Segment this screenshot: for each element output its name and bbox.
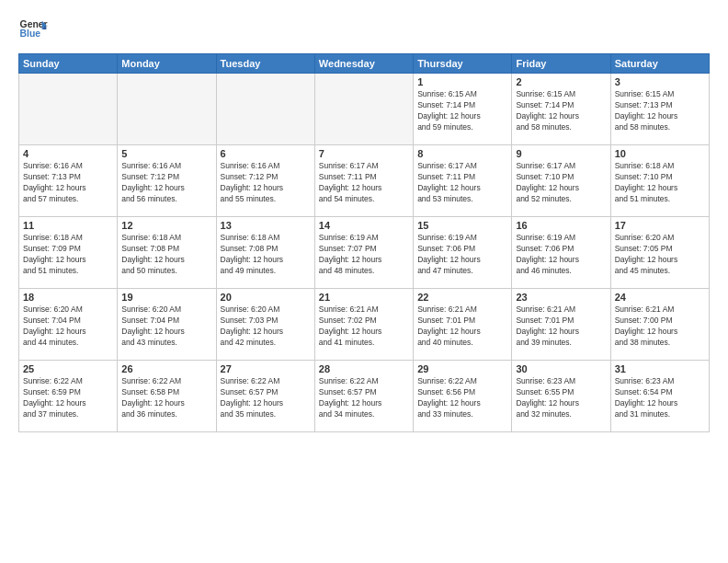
day-number: 18	[23, 292, 113, 303]
day-info: Sunrise: 6:17 AM Sunset: 7:11 PM Dayligh…	[319, 161, 409, 205]
day-cell: 27Sunrise: 6:22 AM Sunset: 6:57 PM Dayli…	[216, 361, 314, 432]
day-cell: 25Sunrise: 6:22 AM Sunset: 6:59 PM Dayli…	[19, 361, 118, 432]
day-cell: 13Sunrise: 6:18 AM Sunset: 7:08 PM Dayli…	[216, 217, 314, 289]
day-number: 27	[221, 363, 311, 374]
day-cell: 3Sunrise: 6:15 AM Sunset: 7:13 PM Daylig…	[610, 74, 709, 145]
day-info: Sunrise: 6:20 AM Sunset: 7:04 PM Dayligh…	[121, 304, 211, 349]
weekday-header-thursday: Thursday	[414, 54, 512, 74]
day-cell: 4Sunrise: 6:16 AM Sunset: 7:13 PM Daylig…	[19, 145, 118, 217]
page: General Blue SundayMondayTuesdayWednesda…	[0, 0, 728, 563]
day-cell: 28Sunrise: 6:22 AM Sunset: 6:57 PM Dayli…	[314, 361, 413, 432]
calendar-table: SundayMondayTuesdayWednesdayThursdayFrid…	[18, 53, 710, 432]
day-info: Sunrise: 6:21 AM Sunset: 7:01 PM Dayligh…	[417, 304, 507, 349]
day-cell: 30Sunrise: 6:23 AM Sunset: 6:55 PM Dayli…	[512, 361, 610, 432]
day-cell: 16Sunrise: 6:19 AM Sunset: 7:06 PM Dayli…	[512, 217, 610, 289]
day-number: 22	[417, 292, 507, 303]
day-info: Sunrise: 6:21 AM Sunset: 7:01 PM Dayligh…	[516, 304, 606, 349]
weekday-header-tuesday: Tuesday	[216, 54, 314, 74]
day-number: 10	[615, 148, 705, 159]
header: General Blue	[18, 15, 710, 44]
day-info: Sunrise: 6:22 AM Sunset: 6:59 PM Dayligh…	[23, 376, 113, 420]
day-number: 6	[221, 148, 311, 159]
svg-text:Blue: Blue	[20, 29, 41, 39]
day-cell: 7Sunrise: 6:17 AM Sunset: 7:11 PM Daylig…	[314, 145, 413, 217]
day-number: 15	[417, 220, 507, 231]
day-info: Sunrise: 6:18 AM Sunset: 7:08 PM Dayligh…	[221, 233, 311, 277]
day-info: Sunrise: 6:18 AM Sunset: 7:09 PM Dayligh…	[23, 233, 113, 277]
day-info: Sunrise: 6:20 AM Sunset: 7:04 PM Dayligh…	[23, 304, 113, 349]
day-cell: 10Sunrise: 6:18 AM Sunset: 7:10 PM Dayli…	[610, 145, 709, 217]
week-row-5: 25Sunrise: 6:22 AM Sunset: 6:59 PM Dayli…	[19, 361, 710, 432]
day-number: 2	[516, 76, 606, 87]
day-number: 24	[615, 292, 705, 303]
weekday-header-sunday: Sunday	[19, 54, 118, 74]
week-row-3: 11Sunrise: 6:18 AM Sunset: 7:09 PM Dayli…	[19, 217, 710, 289]
day-number: 3	[615, 76, 705, 87]
day-info: Sunrise: 6:16 AM Sunset: 7:12 PM Dayligh…	[121, 161, 211, 205]
day-number: 19	[121, 292, 211, 303]
day-info: Sunrise: 6:21 AM Sunset: 7:00 PM Dayligh…	[615, 304, 705, 349]
day-cell: 26Sunrise: 6:22 AM Sunset: 6:58 PM Dayli…	[118, 361, 216, 432]
day-info: Sunrise: 6:15 AM Sunset: 7:14 PM Dayligh…	[417, 89, 507, 133]
day-cell: 19Sunrise: 6:20 AM Sunset: 7:04 PM Dayli…	[118, 289, 216, 361]
day-info: Sunrise: 6:22 AM Sunset: 6:58 PM Dayligh…	[121, 376, 211, 420]
day-cell: 6Sunrise: 6:16 AM Sunset: 7:12 PM Daylig…	[216, 145, 314, 217]
week-row-1: 1Sunrise: 6:15 AM Sunset: 7:14 PM Daylig…	[19, 74, 710, 145]
day-cell: 21Sunrise: 6:21 AM Sunset: 7:02 PM Dayli…	[314, 289, 413, 361]
day-number: 4	[23, 148, 113, 159]
logo-icon: General Blue	[18, 15, 48, 44]
day-number: 21	[319, 292, 409, 303]
day-number: 1	[417, 76, 507, 87]
day-cell: 2Sunrise: 6:15 AM Sunset: 7:14 PM Daylig…	[512, 74, 610, 145]
weekday-header-row: SundayMondayTuesdayWednesdayThursdayFrid…	[19, 54, 710, 74]
day-number: 16	[516, 220, 606, 231]
weekday-header-wednesday: Wednesday	[314, 54, 413, 74]
day-cell: 20Sunrise: 6:20 AM Sunset: 7:03 PM Dayli…	[216, 289, 314, 361]
day-info: Sunrise: 6:19 AM Sunset: 7:06 PM Dayligh…	[516, 233, 606, 277]
day-cell: 22Sunrise: 6:21 AM Sunset: 7:01 PM Dayli…	[414, 289, 512, 361]
day-info: Sunrise: 6:15 AM Sunset: 7:14 PM Dayligh…	[516, 89, 606, 133]
logo: General Blue	[18, 15, 48, 44]
day-cell	[216, 74, 314, 145]
day-cell: 9Sunrise: 6:17 AM Sunset: 7:10 PM Daylig…	[512, 145, 610, 217]
day-info: Sunrise: 6:19 AM Sunset: 7:06 PM Dayligh…	[417, 233, 507, 277]
day-number: 5	[121, 148, 211, 159]
day-number: 12	[121, 220, 211, 231]
day-info: Sunrise: 6:20 AM Sunset: 7:03 PM Dayligh…	[221, 304, 311, 349]
day-info: Sunrise: 6:23 AM Sunset: 6:55 PM Dayligh…	[516, 376, 606, 420]
day-number: 31	[615, 363, 705, 374]
day-info: Sunrise: 6:21 AM Sunset: 7:02 PM Dayligh…	[319, 304, 409, 349]
day-cell: 11Sunrise: 6:18 AM Sunset: 7:09 PM Dayli…	[19, 217, 118, 289]
day-cell: 8Sunrise: 6:17 AM Sunset: 7:11 PM Daylig…	[414, 145, 512, 217]
day-info: Sunrise: 6:17 AM Sunset: 7:11 PM Dayligh…	[417, 161, 507, 205]
day-number: 9	[516, 148, 606, 159]
week-row-4: 18Sunrise: 6:20 AM Sunset: 7:04 PM Dayli…	[19, 289, 710, 361]
day-number: 23	[516, 292, 606, 303]
day-cell: 5Sunrise: 6:16 AM Sunset: 7:12 PM Daylig…	[118, 145, 216, 217]
day-number: 14	[319, 220, 409, 231]
day-number: 7	[319, 148, 409, 159]
day-cell: 18Sunrise: 6:20 AM Sunset: 7:04 PM Dayli…	[19, 289, 118, 361]
day-info: Sunrise: 6:16 AM Sunset: 7:13 PM Dayligh…	[23, 161, 113, 205]
day-number: 30	[516, 363, 606, 374]
day-number: 29	[417, 363, 507, 374]
day-number: 17	[615, 220, 705, 231]
day-info: Sunrise: 6:22 AM Sunset: 6:57 PM Dayligh…	[319, 376, 409, 420]
day-info: Sunrise: 6:18 AM Sunset: 7:10 PM Dayligh…	[615, 161, 705, 205]
day-cell: 24Sunrise: 6:21 AM Sunset: 7:00 PM Dayli…	[610, 289, 709, 361]
day-cell: 1Sunrise: 6:15 AM Sunset: 7:14 PM Daylig…	[414, 74, 512, 145]
weekday-header-friday: Friday	[512, 54, 610, 74]
day-cell: 29Sunrise: 6:22 AM Sunset: 6:56 PM Dayli…	[414, 361, 512, 432]
day-number: 26	[121, 363, 211, 374]
day-info: Sunrise: 6:16 AM Sunset: 7:12 PM Dayligh…	[221, 161, 311, 205]
day-info: Sunrise: 6:18 AM Sunset: 7:08 PM Dayligh…	[121, 233, 211, 277]
day-number: 8	[417, 148, 507, 159]
day-info: Sunrise: 6:19 AM Sunset: 7:07 PM Dayligh…	[319, 233, 409, 277]
day-info: Sunrise: 6:22 AM Sunset: 6:56 PM Dayligh…	[417, 376, 507, 420]
day-cell	[118, 74, 216, 145]
day-cell: 31Sunrise: 6:23 AM Sunset: 6:54 PM Dayli…	[610, 361, 709, 432]
weekday-header-saturday: Saturday	[610, 54, 709, 74]
day-info: Sunrise: 6:23 AM Sunset: 6:54 PM Dayligh…	[615, 376, 705, 420]
day-cell: 17Sunrise: 6:20 AM Sunset: 7:05 PM Dayli…	[610, 217, 709, 289]
day-cell: 23Sunrise: 6:21 AM Sunset: 7:01 PM Dayli…	[512, 289, 610, 361]
